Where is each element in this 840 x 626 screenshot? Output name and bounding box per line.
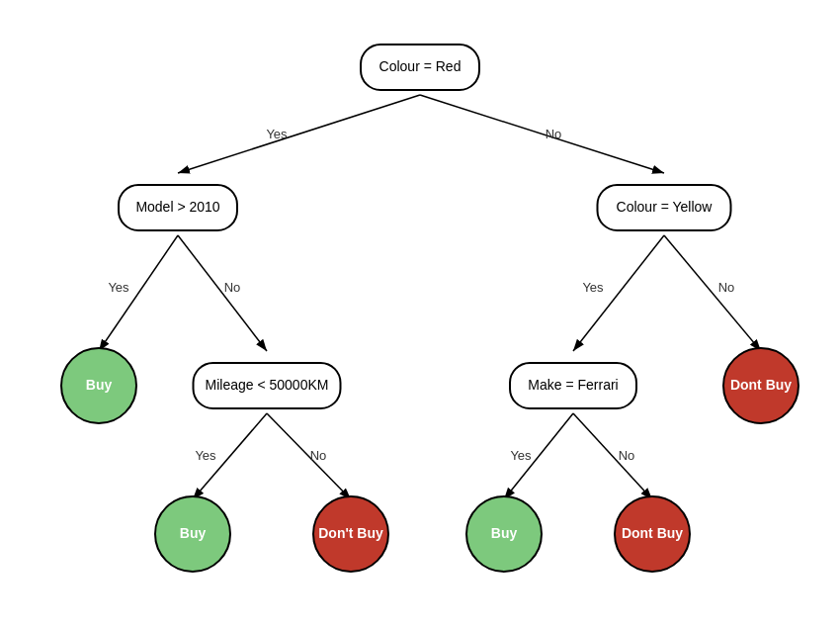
svg-text:Buy: Buy [491, 525, 518, 541]
svg-text:Don't Buy: Don't Buy [318, 525, 383, 541]
svg-text:Colour = Red: Colour = Red [379, 58, 462, 74]
svg-text:Dont Buy: Dont Buy [622, 525, 683, 541]
svg-text:No: No [310, 448, 327, 463]
svg-text:No: No [546, 127, 562, 141]
svg-text:Yes: Yes [582, 280, 604, 295]
svg-text:Colour = Yellow: Colour = Yellow [617, 199, 714, 215]
svg-text:Buy: Buy [180, 525, 207, 541]
svg-text:Dont Buy: Dont Buy [730, 377, 792, 393]
svg-text:No: No [718, 280, 735, 295]
svg-text:No: No [619, 448, 635, 463]
svg-text:Yes: Yes [266, 127, 288, 141]
svg-text:Mileage < 50000KM: Mileage < 50000KM [206, 377, 329, 393]
svg-line-2 [420, 95, 664, 173]
svg-text:Yes: Yes [108, 280, 129, 295]
nodes: Colour = RedModel > 2010Colour = YellowM… [61, 45, 798, 572]
svg-line-10 [573, 413, 652, 499]
svg-text:Make = Ferrari: Make = Ferrari [528, 377, 618, 393]
svg-text:Yes: Yes [195, 448, 216, 463]
svg-text:No: No [224, 280, 241, 295]
svg-line-8 [267, 413, 351, 499]
svg-line-4 [178, 235, 267, 351]
svg-text:Buy: Buy [86, 377, 113, 393]
decision-tree: YesNoYesNoYesNoYesNoYesNo Colour = RedMo… [0, 0, 840, 626]
svg-line-6 [664, 235, 761, 351]
edge-labels: YesNoYesNoYesNoYesNoYesNo [108, 127, 734, 463]
svg-text:Yes: Yes [510, 448, 532, 463]
svg-line-1 [178, 95, 420, 173]
svg-text:Model > 2010: Model > 2010 [135, 199, 219, 215]
edges [99, 95, 761, 499]
